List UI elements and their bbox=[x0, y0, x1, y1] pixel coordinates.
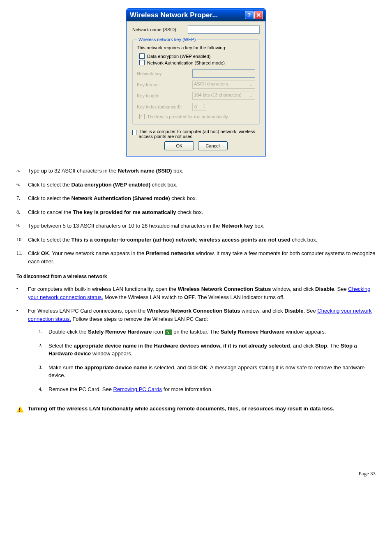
disconnect-list: For computers with built-in wireless LAN… bbox=[16, 285, 376, 399]
wep-groupbox: Wireless network key (WEP) This network … bbox=[132, 37, 260, 125]
requires-text: This network requires a key for the foll… bbox=[137, 45, 255, 50]
warning-text: Turning off the wireless LAN functionali… bbox=[28, 405, 334, 412]
dialog-title: Wireless Network Proper... bbox=[130, 11, 218, 19]
step-8: 8.Click to cancel the The key is provide… bbox=[16, 208, 376, 216]
key-index-label: Key index (advanced): bbox=[137, 104, 192, 109]
ssid-input[interactable] bbox=[188, 25, 260, 34]
warning-block: Turning off the wireless LAN functionali… bbox=[16, 405, 376, 413]
auto-key-checkbox bbox=[139, 114, 145, 119]
wep-legend: Wireless network key (WEP) bbox=[137, 37, 197, 42]
ok-button[interactable]: OK bbox=[164, 141, 194, 150]
safely-remove-icon bbox=[165, 329, 172, 335]
ssid-label: Network name (SSID): bbox=[132, 27, 188, 32]
wep-enabled-checkbox[interactable] bbox=[139, 53, 145, 59]
step-5: 5.Type up to 32 ASCII characters in the … bbox=[16, 167, 376, 175]
disconnect-heading: To disconnect from a wireless network bbox=[16, 274, 376, 279]
shared-mode-checkbox[interactable] bbox=[139, 60, 145, 65]
dialog-titlebar: Wireless Network Proper... ? ✕ bbox=[127, 9, 265, 21]
cancel-button[interactable]: Cancel bbox=[198, 141, 228, 150]
key-format-label: Key format: bbox=[137, 82, 192, 87]
warning-icon bbox=[16, 406, 24, 412]
help-button[interactable]: ? bbox=[245, 11, 254, 19]
nested-4: 4.Remove the PC Card. See Removing PC Ca… bbox=[39, 385, 376, 394]
key-length-select: 104 bits (13 characters) bbox=[192, 92, 255, 100]
wep-enabled-label: Data encryption (WEP enabled) bbox=[147, 54, 211, 59]
nested-1: 1.Double-click the Safely Remove Hardwar… bbox=[39, 328, 376, 336]
wireless-properties-dialog: Wireless Network Proper... ? ✕ Network n… bbox=[126, 8, 266, 157]
nested-3: 3.Make sure the appropriate device name … bbox=[39, 364, 376, 380]
network-key-input bbox=[192, 69, 255, 78]
adhoc-checkbox[interactable] bbox=[132, 130, 136, 135]
adhoc-label: This is a computer-to-computer (ad hoc) … bbox=[139, 129, 260, 139]
step-10: 10.Click to select the This is a compute… bbox=[16, 236, 376, 244]
key-length-label: Key length: bbox=[137, 93, 192, 98]
key-index-spinner: 0 bbox=[192, 103, 206, 111]
main-steps-list: 5.Type up to 32 ASCII characters in the … bbox=[16, 167, 376, 265]
step-11: 11.Click OK. Your new network name appea… bbox=[16, 249, 376, 265]
shared-mode-label: Network Authentication (Shared mode) bbox=[147, 60, 225, 65]
key-format-select: ASCII characters bbox=[192, 81, 255, 89]
nested-2: 2.Select the appropriate device name in … bbox=[39, 342, 376, 358]
network-key-label: Network key: bbox=[137, 71, 192, 76]
bullet-2: For Wireless LAN PC Card connections, op… bbox=[16, 307, 376, 399]
bullet-1: For computers with built-in wireless LAN… bbox=[16, 285, 376, 301]
auto-key-label: The key is provided for me automatically bbox=[147, 114, 228, 119]
page-number: Page 33 bbox=[16, 470, 376, 477]
nested-steps: 1.Double-click the Safely Remove Hardwar… bbox=[39, 328, 376, 393]
step-9: 9.Type between 5 to 13 ASCII characters … bbox=[16, 222, 376, 230]
close-button[interactable]: ✕ bbox=[254, 11, 263, 19]
removing-pc-cards-link[interactable]: Removing PC Cards bbox=[113, 386, 162, 392]
step-7: 7.Click to select the Network Authentica… bbox=[16, 194, 376, 203]
step-6: 6.Click to select the Data encryption (W… bbox=[16, 181, 376, 189]
